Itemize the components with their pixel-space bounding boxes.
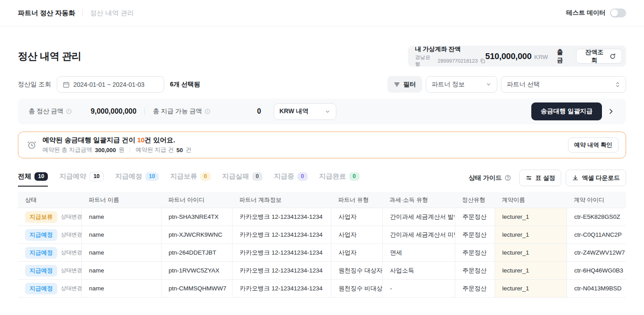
balance-currency: KRW xyxy=(534,54,548,60)
reservation-detail-button[interactable]: 예약 내역 확인 xyxy=(568,137,619,153)
balance-card-title: 내 가상계좌 잔액 xyxy=(415,45,485,53)
info-icon[interactable] xyxy=(66,108,72,115)
settlement-summary-bar: 총 정산 금액 9,000,000,000 총 지급 가능 금액 0 KRW 내… xyxy=(18,98,626,124)
partner-type-cell: 원천징수 대상자 xyxy=(331,262,382,280)
table-settings-button[interactable]: 표 설정 xyxy=(519,170,561,186)
chevron-down-icon xyxy=(486,81,491,87)
settlement-type-cell: 주문정산 xyxy=(455,280,495,298)
tab-all[interactable]: 전체 10 xyxy=(18,172,48,187)
contract-id-cell: ctr-N0413M9BSD xyxy=(567,280,626,298)
tab-payment-scheduled[interactable]: 지급예정 10 xyxy=(115,172,159,187)
status-change-button[interactable]: 상태변경 xyxy=(61,249,81,256)
tab-payment-hold[interactable]: 지급보류 0 xyxy=(170,172,211,187)
partner-select-value: 파트너 선택 xyxy=(507,81,540,89)
reserved-payment-alert: 예약된 송금대행 일괄지급 건이 10건 있어요. 예약된 총 지급금액 300… xyxy=(18,132,626,158)
table-header-row: 상태 파트너 이름 파트너 아이디 파트너 계좌정보 파트너 유형 과세·소득 … xyxy=(18,192,626,208)
filter-button[interactable]: 필터 xyxy=(387,76,422,93)
info-icon[interactable] xyxy=(204,108,211,115)
tab-payment-failed[interactable]: 지급실패 0 xyxy=(222,172,263,187)
contract-id-cell: ctr-6HQ46WG0B3 xyxy=(567,262,626,280)
col-header-status: 상태 xyxy=(18,192,81,208)
contract-name-cell: lecturer_1 xyxy=(495,226,567,244)
partner-info-dropdown[interactable]: 파트너 정보 xyxy=(426,76,497,93)
status-badge: 지급예정 xyxy=(25,247,57,259)
partner-type-cell: 사업자 xyxy=(331,226,382,244)
col-header-contract-name: 계약이름 xyxy=(495,192,567,208)
settlement-type-cell: 주문정산 xyxy=(455,208,495,226)
partner-select-dropdown[interactable]: 파트너 선택 xyxy=(501,76,626,93)
refresh-icon xyxy=(610,53,616,60)
status-guide-link[interactable]: 상태 가이드 xyxy=(469,174,511,182)
col-header-contract-id: 계약 아이디 xyxy=(567,192,626,208)
partner-id-cell: ptn-264DDETJBT xyxy=(161,244,232,262)
status-change-button[interactable]: 상태변경 xyxy=(61,231,81,238)
table-row[interactable]: 지급보류 상태변경 name ptn-SHA3NRE4TX 카카오뱅크 12-1… xyxy=(18,208,626,226)
status-badge: 지급예정 xyxy=(25,265,57,277)
copy-icon[interactable] xyxy=(480,58,485,64)
partner-type-cell: 사업자 xyxy=(331,244,382,262)
chevron-right-icon[interactable] xyxy=(607,108,614,115)
table-row[interactable]: 지급예정 상태변경 name ptn-XJWCRK9WNC 카카오뱅크 12-1… xyxy=(18,226,626,244)
excel-download-button[interactable]: 엑셀 다운로드 xyxy=(566,170,626,186)
tab-payment-reserved[interactable]: 지급예약 10 xyxy=(59,172,104,187)
table-row[interactable]: 지급예정 상태변경 name ptn-264DDETJBT 카카오뱅크 12-1… xyxy=(18,244,626,262)
contract-name-cell: lecturer_1 xyxy=(495,280,567,298)
calendar-icon xyxy=(63,81,70,88)
chevron-updown-icon xyxy=(615,81,620,88)
filter-icon xyxy=(394,81,400,88)
bulk-pay-button[interactable]: 송금대행 일괄지급 xyxy=(531,102,602,120)
virtual-account-balance-card: 내 가상계좌 잔액 경남은행 28999770218123 510,000,00… xyxy=(408,46,626,67)
filter-button-label: 필터 xyxy=(403,81,416,89)
partner-type-cell: 사업자 xyxy=(331,208,382,226)
nav-current-page[interactable]: 정산 내역 관리 xyxy=(90,9,134,17)
contract-name-cell: lecturer_1 xyxy=(495,208,567,226)
currency-history-dropdown[interactable]: KRW 내역 xyxy=(274,103,336,120)
tab-count-badge: 0 xyxy=(252,172,263,181)
partner-name-cell: name xyxy=(81,226,161,244)
toggle-knob xyxy=(611,9,618,17)
balance-refresh-button[interactable]: 잔액조회 xyxy=(576,49,622,64)
account-cell: 카카오뱅크 12-12341234-1234 xyxy=(232,262,331,280)
download-icon xyxy=(572,175,579,181)
tab-payment-in-progress[interactable]: 지급중 0 xyxy=(274,172,308,187)
nav-divider xyxy=(82,9,83,17)
tab-payment-complete[interactable]: 지급완료 0 xyxy=(319,172,360,187)
table-body: 지급보류 상태변경 name ptn-SHA3NRE4TX 카카오뱅크 12-1… xyxy=(18,208,626,298)
settlement-type-cell: 주문정산 xyxy=(455,244,495,262)
alarm-clock-icon xyxy=(27,140,37,150)
contract-id-cell: ctr-C0Q11ANC2P xyxy=(567,226,626,244)
scheduled-amount: 300,000 xyxy=(95,147,116,153)
currency-history-value: KRW 내역 xyxy=(280,107,309,115)
test-data-toggle[interactable] xyxy=(610,9,626,17)
status-change-button[interactable]: 상태변경 xyxy=(61,267,81,274)
withdraw-button[interactable]: 출금 xyxy=(557,48,569,64)
status-change-button[interactable]: 상태변경 xyxy=(61,285,81,292)
account-number: 28999770218123 xyxy=(438,58,478,64)
tax-type-cell: 사업소득 xyxy=(382,262,455,280)
col-header-partner-type: 파트너 유형 xyxy=(331,192,382,208)
scheduled-count: 50 xyxy=(176,147,182,153)
divider xyxy=(144,108,145,115)
status-badge: 지급예정 xyxy=(25,283,57,294)
status-change-button[interactable]: 상태변경 xyxy=(61,213,81,221)
tax-type-cell: 간이과세 세금계산서 발행 xyxy=(382,208,455,226)
tab-count-badge: 0 xyxy=(349,172,360,181)
table-row[interactable]: 지급예정 상태변경 name ptn-1RVWC5ZYAX 카카오뱅크 12-1… xyxy=(18,262,626,280)
tab-count-badge: 10 xyxy=(145,172,159,181)
partner-id-cell: ptn-SHA3NRE4TX xyxy=(161,208,232,226)
selected-count: 6개 선택됨 xyxy=(170,81,200,89)
settlement-table: 상태 파트너 이름 파트너 아이디 파트너 계좌정보 파트너 유형 과세·소득 … xyxy=(18,192,626,298)
account-cell: 카카오뱅크 12-12341234-1234 xyxy=(232,280,331,298)
tab-count-badge: 0 xyxy=(200,172,211,181)
total-settlement-label: 총 정산 금액 xyxy=(29,107,64,115)
date-range-picker[interactable]: 2024-01-01 ~ 2024-01-03 xyxy=(57,76,164,93)
contract-id-cell: ctr-E5K828GS0Z xyxy=(567,208,626,226)
col-header-tax-type: 과세·소득 유형 xyxy=(382,192,455,208)
app-brand: 파트너 정산 자동화 xyxy=(18,9,75,17)
status-badge: 지급보류 xyxy=(25,211,57,223)
partner-name-cell: name xyxy=(81,280,161,298)
partner-id-cell: ptn-CMMSQHMWW7 xyxy=(161,280,232,298)
table-row[interactable]: 지급예정 상태변경 name ptn-CMMSQHMWW7 카카오뱅크 12-1… xyxy=(18,280,626,298)
balance-amount: 510,000,000 xyxy=(485,51,531,61)
partner-info-value: 파트너 정보 xyxy=(432,81,465,89)
